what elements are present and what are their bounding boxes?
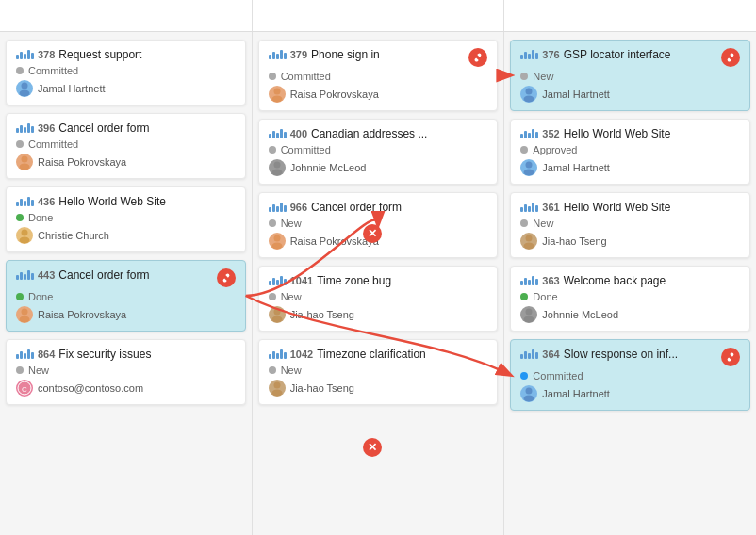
card-title-row: 352Hello World Web Site <box>520 127 740 140</box>
svg-point-5 <box>20 237 30 244</box>
column-january: 378Request supportCommittedJamal Hartnet… <box>0 32 253 535</box>
status-text: Done <box>28 291 53 302</box>
svg-point-4 <box>22 230 28 236</box>
status-row: Committed <box>269 144 488 155</box>
status-text: Done <box>28 212 53 223</box>
card-363[interactable]: 363Welcome back pageDoneJohnnie McLeod <box>510 266 750 332</box>
card-352[interactable]: 352Hello World Web SiteApprovedJamal Har… <box>510 119 750 185</box>
assignee-name: Johnnie McLeod <box>290 162 367 173</box>
svg-point-12 <box>273 162 280 169</box>
status-row: Done <box>520 291 740 302</box>
status-text: New <box>533 71 553 82</box>
card-title: 443Cancel order form <box>16 268 217 282</box>
card-id: 400 <box>290 128 307 139</box>
status-dot <box>269 73 276 80</box>
card-title: 396Cancel order form <box>16 122 236 135</box>
status-text: Committed <box>28 65 78 76</box>
card-378[interactable]: 378Request supportCommittedJamal Hartnet… <box>6 40 246 105</box>
status-row: New <box>269 365 488 376</box>
svg-point-26 <box>526 309 533 316</box>
card-966[interactable]: 966Cancel order formNewRaisa Pokrovskaya <box>258 192 499 258</box>
status-dot <box>16 293 24 300</box>
assignee-name: Jamal Hartnett <box>542 388 610 399</box>
assignee-name: Jamal Hartnett <box>542 162 610 173</box>
svg-point-17 <box>271 316 282 323</box>
svg-point-29 <box>524 396 534 402</box>
card-436[interactable]: 436Hello World Web SiteDoneChristie Chur… <box>6 186 246 252</box>
status-row: New <box>520 71 740 82</box>
card-title-row: 378Request support <box>16 48 236 61</box>
calendar-container: 378Request supportCommittedJamal Hartnet… <box>0 0 756 535</box>
status-row: Done <box>16 212 236 223</box>
svg-point-10 <box>273 89 280 95</box>
bar-icon <box>16 123 34 133</box>
svg-point-22 <box>526 162 533 169</box>
card-name: Canadian addresses ... <box>311 127 427 140</box>
card-title-row: 396Cancel order form <box>16 122 236 135</box>
status-row: Committed <box>16 138 236 150</box>
status-dot <box>269 293 276 300</box>
assignee-name: Christie Church <box>38 230 109 241</box>
link-icon[interactable] <box>721 348 740 366</box>
status-dot <box>269 146 276 154</box>
status-dot <box>520 73 528 80</box>
bar-icon <box>520 276 538 285</box>
card-name: Time zone bug <box>317 274 391 287</box>
avatar <box>520 86 537 103</box>
avatar <box>269 306 286 323</box>
card-id: 443 <box>38 269 55 281</box>
avatar <box>16 306 33 323</box>
status-text: Committed <box>533 370 583 381</box>
assignee-row: Ccontoso@contoso.com <box>16 380 236 397</box>
card-400[interactable]: 400Canadian addresses ...CommittedJohnni… <box>258 119 499 185</box>
card-title: 352Hello World Web Site <box>520 127 740 140</box>
card-title: 864Fix security issues <box>16 348 236 361</box>
card-id: 864 <box>38 349 55 360</box>
card-id: 379 <box>290 49 307 60</box>
card-id: 361 <box>542 202 559 213</box>
card-864[interactable]: 864Fix security issuesNewCcontoso@contos… <box>6 339 246 405</box>
card-379[interactable]: 379Phone sign inCommittedRaisa Pokrovska… <box>258 40 499 111</box>
svg-point-6 <box>22 309 28 316</box>
status-row: Approved <box>520 144 740 155</box>
svg-point-1 <box>20 90 30 97</box>
card-361[interactable]: 361Hello World Web SiteNewJia-hao Tseng <box>510 192 750 258</box>
bar-icon <box>269 349 287 359</box>
card-443[interactable]: 443Cancel order formDoneRaisa Pokrovskay… <box>6 260 246 332</box>
status-dot <box>520 293 528 300</box>
link-icon[interactable] <box>217 268 236 287</box>
status-text: Committed <box>281 71 331 82</box>
card-364[interactable]: 364Slow response on inf...CommittedJamal… <box>510 339 750 411</box>
assignee-row: Jamal Hartnett <box>520 159 740 176</box>
columns-row: 378Request supportCommittedJamal Hartnet… <box>0 32 756 535</box>
bar-icon <box>520 203 538 212</box>
card-1041[interactable]: 1041Time zone bugNewJia-hao Tseng <box>258 266 499 332</box>
avatar <box>16 154 33 170</box>
assignee-row: Raisa Pokrovskaya <box>16 154 236 170</box>
svg-point-28 <box>526 388 533 395</box>
link-icon[interactable] <box>721 48 740 67</box>
svg-point-16 <box>273 309 280 316</box>
avatar <box>16 80 33 97</box>
card-name: Timezone clarification <box>317 348 426 361</box>
status-dot <box>16 140 24 148</box>
card-396[interactable]: 396Cancel order formCommittedRaisa Pokro… <box>6 113 246 179</box>
card-title-row: 436Hello World Web Site <box>16 195 236 208</box>
card-376[interactable]: 376GSP locator interfaceNewJamal Hartnet… <box>510 40 750 111</box>
card-title-row: 376GSP locator interface <box>520 48 740 67</box>
card-title: 363Welcome back page <box>520 274 740 287</box>
card-title: 379Phone sign in <box>269 48 469 61</box>
status-row: New <box>16 365 236 376</box>
status-text: New <box>533 218 553 229</box>
card-id: 352 <box>542 128 559 139</box>
status-text: Committed <box>28 138 78 150</box>
card-title: 1042Timezone clarification <box>269 348 488 361</box>
card-title: 378Request support <box>16 48 236 61</box>
card-1042[interactable]: 1042Timezone clarificationNewJia-hao Tse… <box>258 339 499 405</box>
avatar: C <box>16 380 33 397</box>
card-id: 376 <box>542 49 559 60</box>
link-icon[interactable] <box>468 48 487 67</box>
status-row: Committed <box>520 370 740 381</box>
card-id: 436 <box>38 196 55 207</box>
status-dot <box>520 219 528 227</box>
